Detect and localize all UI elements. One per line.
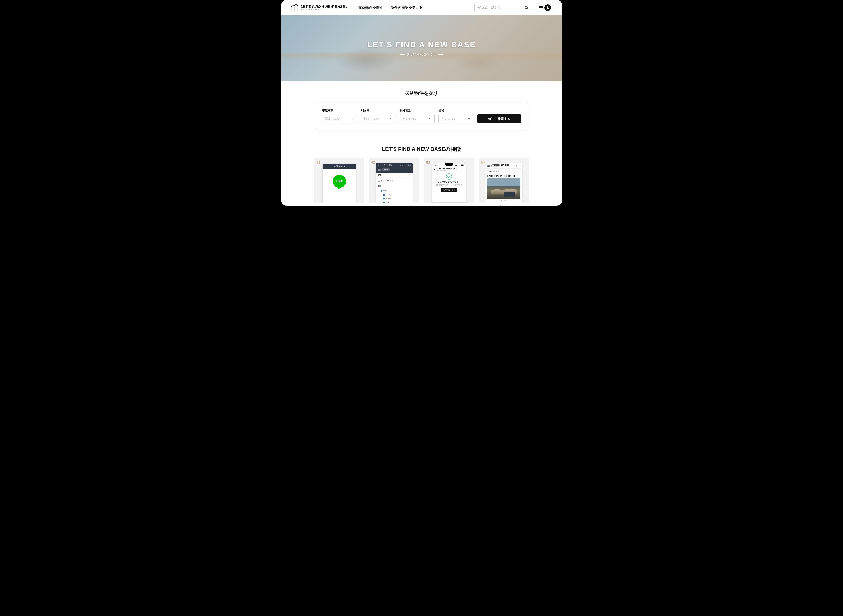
search-icon[interactable] — [524, 6, 529, 10]
features-grid: 01 友達を追加 LINE 気軽にLINE登録 02 エリアから探す 全 — [281, 158, 562, 205]
svg-rect-6 — [456, 165, 457, 166]
chevron-down-icon — [390, 117, 393, 120]
svg-point-2 — [547, 6, 548, 8]
search-icon — [515, 164, 517, 167]
main-nav: 収益物件を探す 物件の提案を受ける — [358, 6, 422, 10]
check-circle-icon — [446, 173, 452, 179]
svg-point-0 — [525, 6, 527, 9]
feature-number: 03 — [426, 160, 430, 164]
feature-image: 03 9:41 LET'S FIND A N — [424, 158, 474, 202]
filter-label: 利回り — [361, 109, 396, 113]
feature-caption: 海外の不動産も探せます — [479, 205, 529, 205]
svg-point-11 — [515, 165, 516, 166]
feature-caption: 気軽にLINE登録 — [314, 205, 364, 205]
hamburger-icon — [539, 6, 543, 9]
svg-rect-7 — [457, 164, 457, 166]
account-menu-button[interactable] — [536, 3, 553, 13]
avatar-icon — [544, 4, 551, 11]
select-price[interactable]: 指定しない — [438, 114, 474, 123]
chevron-down-icon — [468, 117, 471, 120]
feature-card-overseas: 04 LET'S FIND A NEW BASE ! 新しい拠点を探そう — [479, 158, 529, 205]
chevron-down-icon — [351, 117, 354, 120]
nav-search-properties[interactable]: 収益物件を探す — [358, 6, 383, 10]
feature-number: 04 — [481, 160, 485, 164]
menu-icon — [518, 164, 520, 167]
svg-rect-4 — [455, 165, 456, 166]
hero-section: LET'S FIND A NEW BASE 新しい拠点を探そう — [281, 15, 562, 81]
feature-image: 01 友達を追加 LINE — [314, 158, 364, 202]
features-section: LET'S FIND A NEW BASEの特徴 01 友達を追加 LINE 気… — [281, 141, 562, 205]
search-section: 収益物件を探す 都道府県 指定しない 利回り 指定しない 物件種別 指定しない … — [281, 81, 562, 141]
feature-number: 01 — [317, 160, 321, 164]
hero-subtitle: 新しい拠点を探そう — [400, 53, 443, 56]
logo-text-main: LET'S FIND A NEW BASE ! — [301, 5, 347, 9]
svg-rect-10 — [463, 165, 464, 166]
feature-caption: 色々な視点で簡単に検索 — [369, 205, 419, 205]
filter-price: 価格 指定しない — [438, 109, 474, 123]
svg-line-1 — [527, 8, 528, 9]
hero-title: LET'S FIND A NEW BASE — [367, 40, 476, 49]
filter-label: 都道府県 — [322, 109, 357, 113]
property-photo — [487, 179, 520, 199]
search-count: 0件 — [488, 117, 493, 121]
nav-get-proposals[interactable]: 物件の提案を受ける — [391, 6, 422, 10]
logo-icon — [290, 3, 299, 12]
signal-icon — [455, 164, 457, 166]
feature-number: 02 — [371, 160, 375, 164]
select-property-type[interactable]: 指定しない — [400, 114, 434, 123]
svg-point-3 — [378, 165, 379, 165]
battery-icon — [461, 164, 464, 166]
search-panel: 都道府県 指定しない 利回り 指定しない 物件種別 指定しない 価格 指定しない — [315, 103, 528, 130]
features-title: LET'S FIND A NEW BASEの特徴 — [281, 145, 562, 153]
search-button-label: 検索する — [498, 117, 510, 121]
logo-text-sub: 新しい拠点を探そう — [301, 9, 347, 10]
logo[interactable]: LET'S FIND A NEW BASE ! 新しい拠点を探そう — [290, 3, 347, 12]
search-box[interactable] — [475, 3, 531, 13]
search-button[interactable]: 0件 検索する — [477, 114, 521, 123]
svg-rect-5 — [456, 165, 456, 166]
site-header: LET'S FIND A NEW BASE ! 新しい拠点を探そう 収益物件を探… — [281, 0, 562, 15]
feature-card-search: 02 エリアから探す 全てクリアする 全国 選択中 東京⌃ すべて選択す — [369, 158, 419, 205]
feature-image: 04 LET'S FIND A NEW BASE ! 新しい拠点を探そう — [479, 158, 529, 202]
select-yield[interactable]: 指定しない — [361, 114, 396, 123]
wifi-icon — [458, 164, 460, 166]
search-section-title: 収益物件を探す — [281, 90, 562, 97]
feature-card-diagnosis: 03 9:41 LET'S FIND A N — [424, 158, 474, 205]
line-icon: LINE — [333, 175, 346, 188]
svg-rect-9 — [461, 165, 463, 166]
search-input[interactable] — [477, 6, 524, 9]
filter-yield: 利回り 指定しない — [361, 109, 396, 123]
select-prefecture[interactable]: 指定しない — [322, 114, 357, 123]
feature-card-line: 01 友達を追加 LINE 気軽にLINE登録 — [314, 158, 364, 205]
filter-label: 価格 — [438, 109, 474, 113]
filter-label: 物件種別 — [400, 109, 434, 113]
mock-header: 友達を追加 — [323, 164, 356, 169]
chevron-down-icon — [429, 117, 432, 120]
filter-property-type: 物件種別 指定しない — [400, 109, 434, 123]
feature-caption: 借入診断機能 — [424, 205, 474, 205]
filter-prefecture: 都道府県 指定しない — [322, 109, 357, 123]
feature-image: 02 エリアから探す 全てクリアする 全国 選択中 東京⌃ すべて選択す — [369, 158, 419, 202]
svg-line-12 — [516, 166, 516, 166]
